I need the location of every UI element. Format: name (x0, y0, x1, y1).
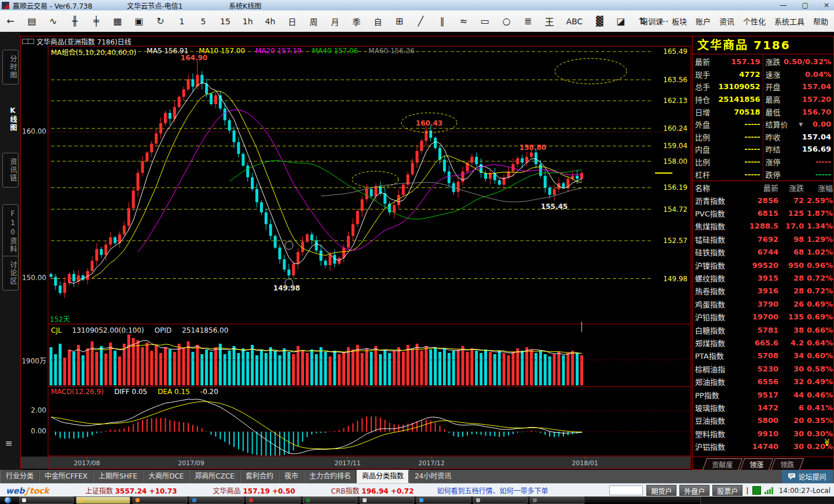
forum-ask-button[interactable]: 论坛提问 (782, 470, 833, 483)
tab-commodity-index[interactable]: 商品分类指数 (356, 470, 409, 483)
menu-news[interactable]: 资讯 (719, 16, 734, 27)
period-month-button[interactable]: 月 (330, 16, 339, 27)
close-button[interactable]: × (824, 0, 829, 10)
board-row[interactable]: 沪铝指数14740300.20% (693, 440, 833, 453)
board-row[interactable]: PP指数9517440.46% (693, 388, 833, 401)
taskbar-item[interactable] (416, 496, 471, 504)
tab-industry[interactable]: 行业分类 (0, 470, 39, 483)
scroll-down-icon[interactable]: ≪ (823, 439, 832, 447)
menu-sectors[interactable]: 板块 (672, 16, 687, 27)
taskbar-item[interactable] (246, 496, 301, 504)
taskbar-item[interactable] (473, 496, 528, 504)
ellipse-tool-icon[interactable]: ○ (502, 16, 511, 27)
menu-personalize[interactable]: 个性化 (743, 16, 766, 27)
order-board-icon[interactable]: ▦ (113, 16, 122, 27)
period-5-button[interactable]: 5 (199, 17, 208, 26)
board-row[interactable]: 棕榈油指5230300.58% (693, 362, 833, 375)
board-row[interactable]: 郑煤指数665.64.20.64% (693, 336, 833, 349)
tab-f10[interactable]: F10资料 (2, 204, 19, 259)
menu-account[interactable]: 账户 (696, 16, 711, 27)
quote-list-icon[interactable]: ▤ (27, 16, 36, 27)
tab-dce[interactable]: 大商所DCE (142, 470, 189, 483)
help-link[interactable]: 如何看到五档行情、如何一带多下单 (437, 485, 548, 495)
start-button[interactable] (5, 497, 11, 503)
board-row[interactable]: PTA指数5708340.60% (693, 350, 833, 362)
tab-night-market[interactable]: 夜市 (279, 470, 303, 483)
period-quarter-button[interactable]: 季 (352, 16, 361, 27)
kline-chart[interactable]: 165.49163.56162.13160.24159.04158.00156.… (20, 36, 692, 470)
period-15-button[interactable]: 15 (220, 17, 231, 26)
board-row[interactable]: 沪镍指数995209500.96% (693, 259, 833, 271)
board-row[interactable]: 锰硅指数7692981.29% (693, 233, 833, 245)
polyline-tool-icon[interactable]: ≈ (459, 16, 468, 27)
external-account-button[interactable]: 外盘户 (679, 485, 709, 496)
period-4h-button[interactable]: 4h (265, 17, 276, 26)
tab-kline[interactable]: K线图 (2, 101, 19, 137)
tab-czce[interactable]: 郑商所CZCE (189, 470, 240, 483)
board-row[interactable]: 豆油指数5800200.35% (693, 414, 833, 427)
trend-chart-icon[interactable]: ∿ (49, 16, 58, 27)
tab-time-chart[interactable]: 分时图 (2, 50, 19, 84)
restore-button[interactable]: ▢ (802, 0, 809, 10)
rectangle-tool-icon[interactable]: ▭ (480, 16, 489, 27)
period-1h-button[interactable]: 1h (243, 17, 253, 26)
taskbar-item[interactable] (530, 496, 584, 504)
tab-main-contracts[interactable]: 主力合约排名 (303, 470, 356, 483)
hamburger-menu-icon[interactable]: ≡ (5, 438, 13, 448)
menu-system-tools[interactable]: 系统工具 (774, 16, 804, 27)
period-custom-button[interactable]: 自 (373, 16, 382, 27)
tab-arbitrage[interactable]: 套利合约 (240, 470, 279, 483)
period-week-button[interactable]: 周 (309, 16, 318, 27)
board-row[interactable]: PVC指数68151251.87% (693, 207, 833, 219)
board-row[interactable]: 塑料指数9910300.30% (693, 427, 833, 440)
tab-shfe[interactable]: 上期所SHFE (93, 470, 142, 483)
board-header-col[interactable]: 最新 (744, 182, 778, 193)
candlestick-icon[interactable]: ╫ (70, 16, 79, 27)
menu-training[interactable]: 培训课 (641, 16, 663, 27)
period-day-button[interactable]: 日 (287, 16, 297, 27)
eraser-tool-icon[interactable]: ◪ (616, 16, 626, 27)
board-row[interactable]: 焦煤指数1288.517.01.34% (693, 220, 833, 233)
board-header-col[interactable]: 涨跌 (778, 182, 804, 193)
tab-cffex[interactable]: 中金所CFFEX (39, 470, 93, 483)
board-header-col[interactable]: 名称 (693, 182, 744, 193)
stock-account-button[interactable]: 股票户 (712, 485, 742, 496)
taskbar-item[interactable] (133, 496, 187, 504)
menu-help[interactable]: 帮助 (813, 16, 828, 27)
board-row[interactable]: 热卷指数3916280.72% (693, 285, 833, 297)
minute-candle-icon[interactable]: ╪ (92, 16, 101, 27)
ruler-tool-icon[interactable]: 王 (544, 14, 554, 28)
board-row[interactable]: 硅铁指数6744681.02% (693, 246, 833, 259)
futures-account-button[interactable]: 期货户 (646, 485, 676, 496)
board-row[interactable]: 螺纹指数3915280.72% (693, 271, 833, 284)
taskbar-item[interactable] (303, 496, 357, 504)
board-header-col[interactable]: 涨幅 (804, 182, 833, 193)
board-row[interactable]: 鸡蛋指数3790260.69% (693, 297, 833, 310)
fill-tool-icon[interactable]: ▓ (595, 16, 604, 27)
tab-news-chain[interactable]: 资讯链 (2, 153, 19, 187)
tab-news-24h[interactable]: 24小时资讯 (409, 470, 456, 483)
board-row[interactable]: 白糖指数5781380.66% (693, 323, 833, 336)
board-row[interactable]: 沥青指数2856722.59% (693, 194, 833, 207)
save-icon[interactable]: ▣ (134, 16, 144, 27)
settlement-dropdown-icon[interactable]: ▼ (799, 122, 803, 127)
abc-label-tool-icon[interactable]: ABC (566, 17, 583, 26)
taskbar-item[interactable] (189, 496, 244, 504)
text-note-tool-icon[interactable]: ≣ (523, 16, 532, 27)
trendline-tool-icon[interactable]: ╱ (416, 16, 425, 27)
board-row[interactable]: 沪铅指数197001350.69% (693, 311, 833, 323)
board-row[interactable]: 郑油指数6556320.49% (693, 375, 833, 388)
tab-forum[interactable]: 讨论区 (2, 256, 19, 290)
taskbar-item[interactable] (76, 496, 130, 504)
market-monitor-icon[interactable] (752, 486, 761, 495)
quick-search-input[interactable] (609, 485, 643, 495)
grid-layout-icon[interactable]: ⊞ (394, 16, 404, 27)
taskbar-item[interactable] (360, 496, 414, 504)
back-icon[interactable]: ← (6, 16, 15, 27)
refresh-icon[interactable]: ↻ (156, 16, 165, 27)
taskbar-item[interactable] (19, 496, 74, 504)
parallel-lines-tool-icon[interactable]: ∥ (437, 16, 447, 27)
period-1-button[interactable]: 1 (177, 17, 186, 26)
board-row[interactable]: 玻璃指数147260.41% (693, 401, 833, 414)
minimize-button[interactable]: — (780, 0, 787, 10)
